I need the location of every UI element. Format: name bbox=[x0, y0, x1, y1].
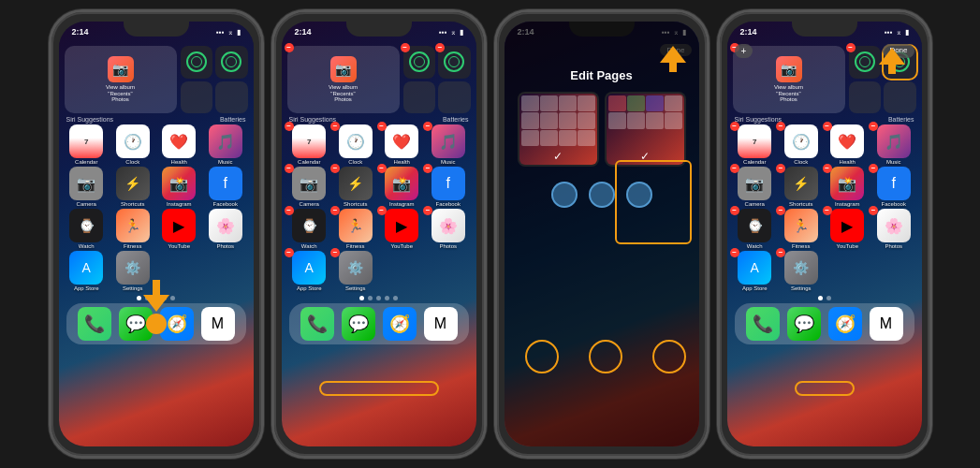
page-circle-3[interactable] bbox=[626, 182, 652, 208]
app-shortcuts[interactable]: ⚡ Shortcuts bbox=[110, 167, 155, 207]
db-fit4[interactable]: − bbox=[776, 206, 785, 215]
db-set[interactable]: − bbox=[330, 248, 340, 257]
dock-messages-4[interactable]: 💬 bbox=[787, 307, 821, 341]
dock-phone-4[interactable]: 📞 bbox=[746, 307, 780, 341]
db-ig[interactable]: − bbox=[377, 164, 387, 173]
app-facebook-4[interactable]: − f Facebook bbox=[871, 167, 916, 207]
page-circle-2[interactable] bbox=[589, 182, 615, 208]
app-settings-4[interactable]: − ⚙️ Settings bbox=[779, 251, 824, 291]
db-as[interactable]: − bbox=[285, 248, 294, 257]
db-fb[interactable]: − bbox=[423, 164, 432, 173]
db-health[interactable]: − bbox=[377, 122, 387, 131]
app-music-2[interactable]: − 🎵 Music bbox=[426, 124, 471, 165]
db-hlth4[interactable]: − bbox=[823, 122, 832, 131]
app-fitness[interactable]: 🏃 Fitness bbox=[110, 209, 155, 249]
clock-icon: 🕐 bbox=[116, 124, 150, 158]
app-instagram-4[interactable]: − 📸 Instagram bbox=[826, 167, 870, 207]
app-instagram-2[interactable]: − 📸 Instagram bbox=[380, 167, 425, 207]
db-mus4[interactable]: − bbox=[869, 122, 878, 131]
app-youtube[interactable]: ▶ YouTube bbox=[157, 209, 202, 249]
app-appstore-2[interactable]: − A App Store bbox=[287, 251, 332, 291]
app-shortcuts-4[interactable]: − ⚡ Shortcuts bbox=[779, 167, 824, 207]
dock-safari-2[interactable]: 🧭 bbox=[383, 307, 417, 341]
plus-button-4[interactable]: + bbox=[735, 44, 753, 58]
app-watch[interactable]: ⌚ Watch bbox=[65, 209, 110, 249]
app-facebook[interactable]: f Facebook bbox=[203, 167, 248, 207]
app-photos-4[interactable]: − 🌸 Photos bbox=[871, 209, 916, 249]
photos-widget-1[interactable]: 📷 View album"Recents"Photos bbox=[65, 46, 177, 113]
dock-gmail-4[interactable]: M bbox=[870, 307, 903, 341]
db-cal[interactable]: − bbox=[285, 122, 294, 131]
app-watch-2[interactable]: − ⌚ Watch bbox=[287, 209, 332, 249]
app-camera-4[interactable]: − 📷 Camera bbox=[733, 167, 778, 207]
app-fitness-4[interactable]: − 🏃 Fitness bbox=[779, 209, 824, 249]
dock-phone-2[interactable]: 📞 bbox=[300, 307, 334, 341]
db-clk4[interactable]: − bbox=[776, 122, 785, 131]
db-as4[interactable]: − bbox=[730, 248, 739, 257]
db-st4[interactable]: − bbox=[776, 248, 785, 257]
db-wt4[interactable]: − bbox=[730, 206, 739, 215]
dock-safari-4[interactable]: 🧭 bbox=[828, 307, 862, 341]
app-calendar-2[interactable]: − 7 Calendar bbox=[287, 124, 332, 165]
app-appstore[interactable]: A App Store bbox=[65, 251, 110, 291]
app-calendar-4[interactable]: − 7 Calendar bbox=[733, 124, 778, 165]
dock-phone[interactable]: 📞 bbox=[78, 307, 111, 341]
app-calendar[interactable]: 7 Calendar bbox=[65, 124, 110, 165]
dock-messages-2[interactable]: 💬 bbox=[342, 307, 375, 341]
dock-gmail-2[interactable]: M bbox=[424, 307, 458, 341]
phone-widget-2[interactable] bbox=[215, 46, 248, 79]
delete-badge-w2[interactable]: − bbox=[435, 43, 445, 52]
app-shortcuts-2[interactable]: − ⚡ Shortcuts bbox=[333, 167, 378, 207]
db-music[interactable]: − bbox=[423, 122, 432, 131]
thumb-app-7 bbox=[559, 112, 577, 128]
db-ph4[interactable]: − bbox=[869, 206, 878, 215]
db-sc4[interactable]: − bbox=[776, 164, 785, 173]
db-ph[interactable]: − bbox=[423, 206, 432, 215]
app-settings-2[interactable]: − ⚙️ Settings bbox=[333, 251, 378, 291]
phone-widget-3[interactable]: − bbox=[403, 46, 436, 79]
page-circles-row bbox=[551, 182, 652, 208]
app-health[interactable]: ❤️ Health bbox=[157, 124, 202, 165]
phone-widget[interactable] bbox=[181, 46, 213, 79]
dock-gmail[interactable]: M bbox=[201, 307, 235, 341]
arrow-up-annotation-4 bbox=[879, 48, 905, 74]
db-cal4[interactable]: − bbox=[730, 122, 739, 131]
app-fitness-2[interactable]: − 🏃 Fitness bbox=[333, 209, 378, 249]
app-watch-4[interactable]: − ⌚ Watch bbox=[733, 209, 778, 249]
app-music-4[interactable]: − 🎵 Music bbox=[871, 124, 916, 165]
app-camera[interactable]: 📷 Camera bbox=[65, 167, 110, 207]
db-cam[interactable]: − bbox=[285, 164, 294, 173]
db-cam4[interactable]: − bbox=[730, 164, 739, 173]
db-sc[interactable]: − bbox=[330, 164, 340, 173]
phone-widget-4[interactable]: − bbox=[438, 46, 471, 79]
app-instagram[interactable]: 📸 Instagram bbox=[157, 167, 202, 207]
app-youtube-2[interactable]: − ▶ YouTube bbox=[380, 209, 425, 249]
delete-badge-w1[interactable]: − bbox=[401, 43, 410, 52]
db-yt4[interactable]: − bbox=[823, 206, 832, 215]
page-thumb-2[interactable]: ✓ bbox=[605, 92, 686, 167]
db-fb4[interactable]: − bbox=[869, 164, 878, 173]
delete-badge-photos-widget[interactable]: − bbox=[285, 43, 294, 52]
db-yt[interactable]: − bbox=[377, 206, 387, 215]
app-health-2[interactable]: − ❤️ Health bbox=[380, 124, 425, 165]
app-youtube-4[interactable]: − ▶ YouTube bbox=[826, 209, 870, 249]
page-dots-4 bbox=[733, 293, 916, 303]
app-camera-2[interactable]: − 📷 Camera bbox=[287, 167, 332, 207]
db-clk[interactable]: − bbox=[330, 122, 340, 131]
app-clock[interactable]: 🕐 Clock bbox=[110, 124, 155, 165]
app-photos-2[interactable]: − 🌸 Photos bbox=[426, 209, 471, 249]
app-photos[interactable]: 🌸 Photos bbox=[203, 209, 248, 249]
db-ig4[interactable]: − bbox=[823, 164, 832, 173]
db-fit[interactable]: − bbox=[330, 206, 340, 215]
fitness-icon-2: 🏃 bbox=[339, 209, 373, 242]
app-music[interactable]: 🎵 Music bbox=[203, 124, 248, 165]
app-facebook-2[interactable]: − f Facebook bbox=[426, 167, 471, 207]
app-clock-4[interactable]: − 🕐 Clock bbox=[779, 124, 824, 165]
app-clock-2[interactable]: − 🕐 Clock bbox=[333, 124, 378, 165]
page-thumb-1[interactable]: ✓ bbox=[518, 92, 599, 167]
app-health-4[interactable]: − ❤️ Health bbox=[826, 124, 870, 165]
app-appstore-4[interactable]: − A App Store bbox=[733, 251, 778, 291]
page-circle-1[interactable] bbox=[551, 182, 578, 208]
photos-widget-2[interactable]: − 📷 View album"Recents"Photos bbox=[287, 46, 400, 113]
db-watch[interactable]: − bbox=[285, 206, 294, 215]
